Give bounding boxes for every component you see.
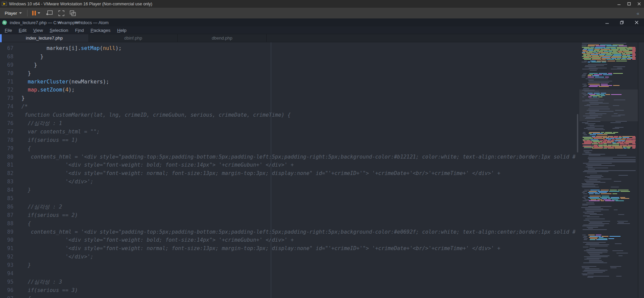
minimap-line (583, 49, 588, 50)
tab-dbend.php[interactable]: dbend.php (178, 34, 267, 42)
minimap-line (588, 129, 605, 130)
code-line-93[interactable]: 93 } (0, 261, 576, 270)
code-line-71[interactable]: 71 markerCluster(newMarkers); (0, 78, 576, 86)
vmware-minimize-button[interactable] (614, 0, 624, 8)
minimap-line (584, 180, 597, 180)
minimap-line (586, 117, 601, 118)
menu-selection[interactable]: Selection (46, 28, 72, 33)
minimap-line (588, 168, 608, 168)
minimap-line (615, 59, 620, 60)
code-line-76[interactable]: 76 //심각성 : 1 (0, 119, 576, 128)
code-line-91[interactable]: 91 '<div style="font-weight: normal; fon… (0, 244, 576, 253)
minimap-line (595, 47, 606, 48)
tab-dbinf.php[interactable]: dbinf.php (89, 34, 178, 42)
code-line-88[interactable]: 88 { (0, 220, 576, 228)
minimap-line (614, 147, 622, 147)
code-line-92[interactable]: 92 '</div>'; (0, 253, 576, 261)
minimap-line (618, 51, 623, 52)
menu-edit[interactable]: Edit (15, 28, 30, 33)
code-line-80[interactable]: 80 contents_html = '<div style="padding-… (0, 153, 576, 161)
menu-help[interactable]: Help (114, 28, 130, 33)
code-line-95[interactable]: 95 //심각성 : 3 (0, 278, 576, 286)
minimap-line (618, 222, 624, 223)
code-line-90[interactable]: 90 '<div style="font-weight: bold; font-… (0, 236, 576, 244)
minimap-line (588, 162, 636, 162)
code-line-81[interactable]: 81 '<div style="font-weight: bold; font-… (0, 161, 576, 169)
code-line-86[interactable]: 86 //심각성 : 2 (0, 203, 576, 211)
minimap-line (599, 73, 607, 74)
code-line-69[interactable]: 69 } (0, 61, 576, 69)
minimap-line (587, 121, 600, 122)
minimap-line (583, 163, 612, 164)
minimap-line (620, 145, 627, 145)
code-line-84[interactable]: 84 } (0, 186, 576, 194)
minimap-line (588, 74, 593, 75)
line-number: 81 (0, 161, 13, 169)
code-line-70[interactable]: 70 } (0, 69, 576, 78)
minimap-line (599, 54, 605, 55)
minimap-line (586, 127, 595, 128)
code-line-87[interactable]: 87 if(serious == 2) (0, 211, 576, 220)
vmware-close-button[interactable] (634, 0, 644, 8)
minimap-line (600, 140, 603, 141)
minimap-line (632, 136, 635, 137)
menu-view[interactable]: View (30, 28, 46, 33)
minimap-line (584, 134, 587, 135)
minimap-line (582, 50, 586, 51)
atom-titlebar[interactable]: index_lecture7.php — C:₩xampp₩htdocs — A… (0, 18, 644, 26)
tab-label: dbend.php (212, 36, 232, 41)
code-line-79[interactable]: 79 { (0, 144, 576, 153)
suspend-vm-button[interactable] (31, 10, 42, 16)
vertical-scrollbar[interactable] (577, 114, 578, 153)
send-ctrl-alt-del-button[interactable] (46, 10, 53, 16)
code-line-77[interactable]: 77 var contents_html = ""; (0, 128, 576, 136)
code-line-78[interactable]: 78 if(serious == 1) (0, 136, 576, 144)
minimap-line (597, 61, 606, 61)
atom-close-button[interactable] (629, 18, 644, 26)
minimap-line (601, 190, 609, 190)
code-line-67[interactable]: 67 markers[i].setMap(null); (0, 44, 576, 53)
minimap-line (609, 191, 620, 192)
collapse-toolbar-button[interactable]: « (637, 10, 639, 16)
minimap-line (582, 62, 587, 62)
code-area[interactable]: 67 markers[i].setMap(null);68 }69 }70 }7… (0, 44, 576, 298)
minimap-line (586, 78, 608, 79)
unity-mode-button[interactable] (70, 10, 76, 16)
code-line-82[interactable]: 82 '<div style="font-weight: normal; fon… (0, 169, 576, 178)
minimap-line (582, 97, 585, 97)
code-line-73[interactable]: 73} (0, 94, 576, 103)
minimap-line (589, 94, 595, 95)
code-line-68[interactable]: 68 } (0, 53, 576, 61)
minimap-line (602, 57, 610, 58)
code-line-89[interactable]: 89 contents_html = '<div style="padding-… (0, 228, 576, 236)
code-line-75[interactable]: 75 function CustomMarker(lat, lng, crime… (0, 111, 576, 119)
minimap-line (587, 104, 598, 105)
code-line-96[interactable]: 96 if(serious == 3) (0, 286, 576, 295)
vmware-titlebar[interactable]: Windows 10 x64 - VMware Workstation 16 P… (0, 0, 644, 8)
player-menu-button[interactable]: Player (3, 10, 24, 17)
code-text: function CustomMarker(lat, lng, crimeID,… (21, 111, 291, 119)
line-number: 85 (0, 194, 13, 203)
code-line-72[interactable]: 72 map.setZoom(4); (0, 86, 576, 94)
minimap[interactable] (579, 42, 638, 298)
code-line-74[interactable]: 74/* (0, 103, 576, 111)
code-text: if(serious == 1) (21, 136, 78, 144)
code-line-97[interactable]: 97 { (0, 295, 576, 298)
minimap-line (589, 102, 603, 103)
minimap-line (620, 49, 627, 50)
minimap-line (583, 54, 590, 55)
code-line-94[interactable]: 94 (0, 270, 576, 278)
minimap-line (585, 208, 603, 209)
code-line-83[interactable]: 83 '</div>'; (0, 178, 576, 186)
menu-find[interactable]: Find (72, 28, 87, 33)
minimap-line (611, 69, 623, 69)
atom-restore-button[interactable] (614, 18, 629, 26)
code-line-85[interactable]: 85 (0, 194, 576, 203)
vmware-maximize-button[interactable] (624, 0, 634, 8)
tab-index_lecture7.php[interactable]: index_lecture7.php (0, 34, 89, 42)
atom-minimize-button[interactable] (600, 18, 614, 26)
menu-packages[interactable]: Packages (87, 28, 114, 33)
fullscreen-button[interactable] (58, 10, 64, 16)
menu-file[interactable]: File (1, 28, 15, 33)
code-text: } (21, 69, 31, 78)
